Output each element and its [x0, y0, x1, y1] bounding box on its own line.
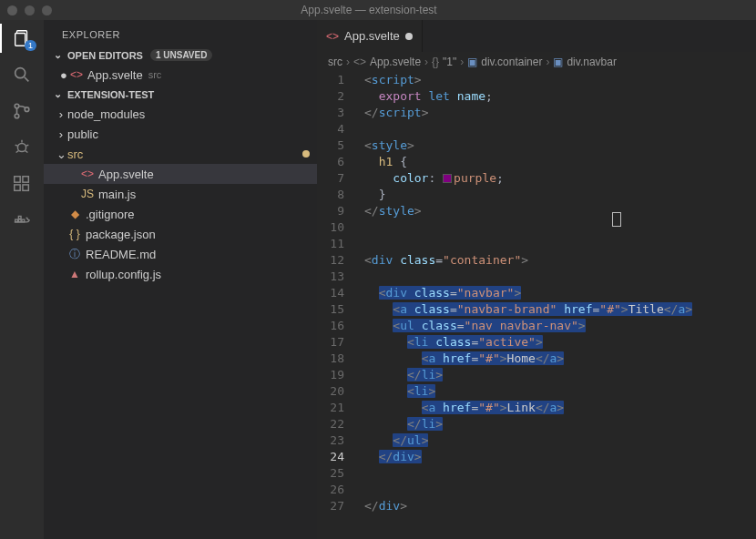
svg-line-12 — [26, 151, 28, 153]
folder-item[interactable]: ›public — [44, 124, 317, 144]
code-line[interactable] — [364, 236, 756, 252]
svelte-icon: <> — [80, 168, 95, 180]
tree-item-label: main.js — [98, 188, 136, 201]
folder-item[interactable]: ⌄src — [44, 144, 317, 164]
search-icon[interactable] — [11, 64, 33, 86]
open-editors-header[interactable]: ⌄ OPEN EDITORS 1 UNSAVED — [44, 47, 317, 63]
code-line[interactable]: </script> — [364, 105, 756, 121]
source-control-icon[interactable] — [11, 100, 33, 122]
breadcrumb-item[interactable]: "1" — [443, 56, 456, 68]
code-line[interactable]: </li> — [364, 367, 756, 383]
code-line[interactable] — [364, 269, 756, 285]
close-window-icon[interactable] — [7, 5, 17, 15]
code-line[interactable]: <div class="container"> — [364, 252, 756, 269]
chevron-down-icon: ⌄ — [51, 49, 64, 61]
braces-icon: {} — [432, 56, 439, 68]
folder-item[interactable]: ›node_modules — [44, 104, 317, 124]
tree-item-label: .gitignore — [86, 208, 134, 221]
file-item[interactable]: ◆.gitignore — [44, 204, 317, 224]
code-line[interactable]: h1 { — [364, 154, 756, 170]
svg-rect-20 — [18, 216, 21, 219]
breadcrumb[interactable]: src › <> App.svelte › {} "1" › ▣ div.con… — [317, 52, 756, 72]
code-line[interactable]: </div> — [364, 449, 756, 465]
file-item[interactable]: { }package.json — [44, 224, 317, 244]
code-line[interactable]: } — [364, 187, 756, 203]
tab-bar: <> App.svelte — [317, 20, 756, 52]
code-line[interactable] — [364, 121, 756, 137]
explorer-icon[interactable]: 1 — [11, 27, 33, 49]
code-line[interactable]: <li> — [364, 383, 756, 400]
svg-line-10 — [26, 145, 29, 146]
rollup-icon: ▲ — [67, 268, 82, 280]
file-item[interactable]: <>App.svelte — [44, 164, 317, 184]
window-controls — [7, 5, 52, 15]
docker-icon[interactable] — [11, 209, 33, 231]
line-number-gutter: 1234567891011121314151617181920212223242… — [317, 72, 357, 539]
md-icon: ⓘ — [67, 247, 82, 262]
code-content[interactable]: <script> export let name;</script><style… — [357, 72, 756, 539]
svg-point-2 — [15, 68, 26, 78]
open-editor-path: src — [148, 69, 162, 80]
breadcrumb-item[interactable]: App.svelte — [370, 56, 421, 68]
window-title: App.svelte — extension-test — [0, 4, 756, 16]
svelte-icon: <> — [326, 30, 339, 43]
code-line[interactable]: </style> — [364, 203, 756, 219]
title-bar: App.svelte — extension-test — [0, 0, 756, 20]
extensions-icon[interactable] — [11, 173, 33, 195]
element-icon: ▣ — [553, 56, 563, 68]
breadcrumb-item[interactable]: div.container — [481, 56, 542, 68]
code-line[interactable]: <ul class="nav navbar-nav"> — [364, 318, 756, 334]
minimize-window-icon[interactable] — [25, 5, 35, 15]
code-line[interactable]: <div class="navbar"> — [364, 285, 756, 301]
file-item[interactable]: ⓘREADME.md — [44, 244, 317, 264]
open-editors-list: ● <> App.svelte src — [44, 63, 317, 86]
workspace-header[interactable]: ⌄ EXTENSION-TEST — [44, 86, 317, 102]
tree-item-label: node_modules — [67, 107, 145, 121]
sidebar-title: EXPLORER — [44, 20, 317, 47]
code-line[interactable]: <a class="navbar-brand" href="#">Title</… — [364, 301, 756, 318]
twisty-icon: › — [55, 107, 67, 121]
chevron-right-icon: › — [424, 56, 428, 68]
code-line[interactable]: color: purple; — [364, 170, 756, 187]
code-line[interactable]: </div> — [364, 498, 756, 514]
open-editor-name: App.svelte — [87, 68, 143, 82]
git-icon: ◆ — [67, 208, 82, 220]
code-line[interactable]: <li class="active"> — [364, 334, 756, 351]
dirty-dot-icon: ● — [58, 68, 69, 82]
code-line[interactable]: </ul> — [364, 432, 756, 449]
svg-rect-13 — [15, 177, 20, 182]
code-line[interactable]: <script> — [364, 72, 756, 88]
code-line[interactable] — [364, 219, 756, 236]
modified-dot-icon — [302, 150, 310, 158]
code-editor[interactable]: 1234567891011121314151617181920212223242… — [317, 72, 756, 539]
open-editor-item[interactable]: ● <> App.svelte src — [44, 65, 317, 85]
code-line[interactable]: <a href="#">Home</a> — [364, 351, 756, 367]
tree-item-label: package.json — [86, 228, 156, 241]
code-line[interactable] — [364, 465, 756, 482]
file-item[interactable]: ▲rollup.config.js — [44, 264, 317, 284]
maximize-window-icon[interactable] — [42, 5, 52, 15]
code-line[interactable]: </li> — [364, 416, 756, 432]
svg-rect-1 — [15, 34, 26, 46]
twisty-icon: › — [55, 127, 67, 141]
twisty-icon: ⌄ — [55, 147, 67, 161]
svg-line-9 — [15, 145, 18, 146]
code-line[interactable]: <a href="#">Link</a> — [364, 400, 756, 416]
breadcrumb-item[interactable]: div.navbar — [567, 56, 616, 68]
file-item[interactable]: JSmain.js — [44, 184, 317, 204]
chevron-down-icon: ⌄ — [51, 88, 64, 100]
debug-icon[interactable] — [11, 137, 33, 158]
chevron-right-icon: › — [546, 56, 549, 68]
svg-rect-15 — [23, 185, 28, 190]
code-line[interactable] — [364, 482, 756, 498]
svg-point-6 — [25, 107, 29, 112]
svg-point-7 — [17, 143, 26, 151]
tree-item-label: App.svelte — [98, 168, 154, 181]
code-line[interactable]: <style> — [364, 137, 756, 154]
svg-point-4 — [15, 104, 19, 108]
editor-area: <> App.svelte src › <> App.svelte › {} "… — [317, 20, 756, 539]
tab-app-svelte[interactable]: <> App.svelte — [317, 20, 423, 52]
breadcrumb-item[interactable]: src — [328, 56, 342, 68]
code-line[interactable]: export let name; — [364, 88, 756, 105]
activity-bar: 1 — [0, 20, 44, 539]
